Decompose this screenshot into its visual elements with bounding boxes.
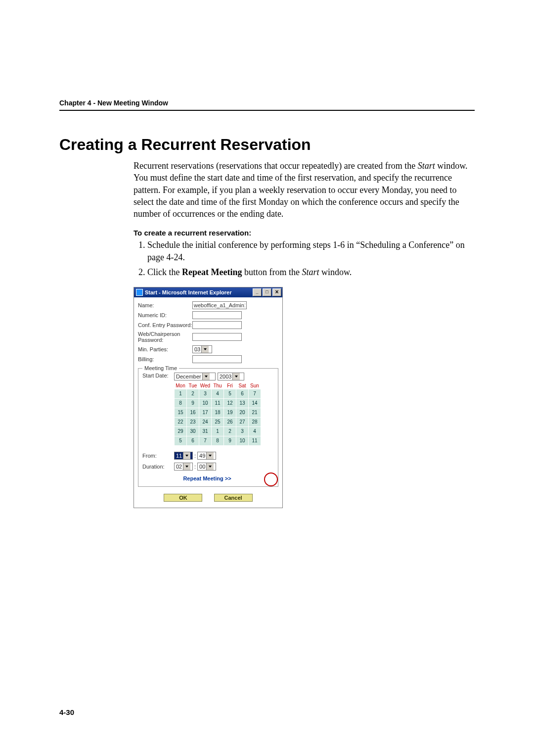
calendar-day-cell[interactable]: 6	[236, 389, 249, 398]
calendar-row: 891011121314	[175, 398, 261, 408]
start-dialog: Start - Microsoft Internet Explorer Name…	[134, 287, 283, 508]
calendar-day-cell[interactable]: 1	[212, 426, 224, 436]
label-conf-password: Conf. Entry Password:	[138, 322, 192, 328]
steps-list: Schedule the initial conference by perfo…	[134, 239, 475, 278]
duration-hour-select[interactable]: 02	[174, 463, 193, 471]
month-value: December	[176, 374, 201, 379]
chevron-down-icon	[206, 452, 214, 459]
calendar-day-cell[interactable]: 27	[236, 417, 249, 426]
calendar-day-cell[interactable]: 15	[175, 408, 187, 417]
section-title: Creating a Recurrent Reservation	[59, 136, 475, 154]
month-select[interactable]: December	[174, 373, 216, 380]
calendar-day-cell[interactable]: 12	[224, 398, 236, 408]
calendar-day-cell[interactable]: 16	[187, 408, 199, 417]
page: Chapter 4 - New Meeting Window Creating …	[0, 0, 534, 756]
min-parties-select[interactable]: 03	[192, 345, 212, 353]
chevron-down-icon	[201, 346, 209, 353]
calendar-day-cell[interactable]: 18	[212, 408, 224, 417]
ie-icon	[136, 289, 143, 296]
calendar-day-cell[interactable]: 5	[175, 436, 187, 445]
calendar-row: 567891011	[175, 436, 261, 445]
calendar-day-cell[interactable]: 4	[249, 426, 261, 436]
calendar-day-header: Thu	[212, 382, 224, 389]
label-start-date: Start Date:	[142, 373, 174, 378]
billing-input[interactable]	[192, 355, 242, 363]
ok-button[interactable]: OK	[164, 494, 202, 502]
chevron-down-icon	[183, 452, 190, 459]
calendar-day-cell[interactable]: 19	[224, 408, 236, 417]
calendar-day-header: Sat	[236, 382, 249, 389]
calendar-day-cell[interactable]: 9	[187, 398, 199, 408]
calendar-day-cell[interactable]: 8	[175, 398, 187, 408]
calendar-day-cell[interactable]: 1	[175, 389, 187, 398]
conf-password-input[interactable]	[192, 321, 242, 329]
calendar-day-cell[interactable]: 3	[199, 389, 212, 398]
time-colon: :	[194, 453, 196, 459]
meeting-time-legend: Meeting Time	[142, 365, 179, 371]
calendar-day-cell[interactable]: 22	[175, 417, 187, 426]
calendar-day-header: Wed	[199, 382, 212, 389]
calendar-day-cell[interactable]: 31	[199, 426, 212, 436]
numeric-id-input[interactable]	[192, 311, 242, 319]
calendar-header-row: MonTueWedThuFriSatSun	[175, 382, 261, 389]
calendar-day-cell[interactable]: 8	[212, 436, 224, 445]
calendar-day-cell[interactable]: 21	[249, 408, 261, 417]
calendar-day-cell[interactable]: 30	[187, 426, 199, 436]
calendar-day-cell[interactable]: 14	[249, 398, 261, 408]
label-from: From:	[142, 453, 174, 459]
time-colon: :	[194, 464, 196, 470]
calendar-day-header: Sun	[249, 382, 261, 389]
calendar-row: 22232425262728	[175, 417, 261, 426]
calendar-day-cell[interactable]: 13	[236, 398, 249, 408]
dialog-body: Name: Numeric ID: Conf. Entry Password: …	[134, 297, 282, 507]
repeat-meeting-link[interactable]: Repeat Meeting >>	[183, 475, 231, 481]
calendar-day-cell[interactable]: 7	[249, 389, 261, 398]
from-min-select[interactable]: 49	[197, 452, 216, 460]
duration-min-select[interactable]: 00	[197, 463, 216, 471]
body-region: Recurrent reservations (reservations tha…	[134, 160, 475, 278]
chevron-down-icon	[232, 373, 240, 380]
calendar-day-cell[interactable]: 10	[236, 436, 249, 445]
page-number: 4-30	[59, 708, 74, 716]
close-button[interactable]	[272, 288, 281, 296]
annotation-ellipse	[264, 472, 278, 486]
calendar-row: 15161718192021	[175, 408, 261, 417]
label-numeric-id: Numeric ID:	[138, 312, 192, 318]
chevron-down-icon	[183, 463, 190, 470]
calendar-day-cell[interactable]: 29	[175, 426, 187, 436]
calendar-day-header: Tue	[187, 382, 199, 389]
calendar-row: 2930311234	[175, 426, 261, 436]
repeat-meeting-bar: Repeat Meeting >>	[142, 475, 274, 481]
calendar-day-cell[interactable]: 20	[236, 408, 249, 417]
calendar-day-cell[interactable]: 28	[249, 417, 261, 426]
calendar-day-cell[interactable]: 2	[187, 389, 199, 398]
calendar-day-cell[interactable]: 3	[236, 426, 249, 436]
cancel-button[interactable]: Cancel	[214, 494, 253, 502]
calendar-day-cell[interactable]: 5	[224, 389, 236, 398]
calendar-day-cell[interactable]: 11	[212, 398, 224, 408]
web-password-input[interactable]	[192, 333, 242, 341]
dialog-title: Start - Microsoft Internet Explorer	[145, 289, 252, 295]
calendar-day-cell[interactable]: 2	[224, 426, 236, 436]
name-input[interactable]	[192, 301, 247, 309]
calendar-day-cell[interactable]: 11	[249, 436, 261, 445]
calendar-day-cell[interactable]: 25	[212, 417, 224, 426]
from-hour-select[interactable]: 11	[174, 452, 193, 460]
year-value: 2003	[220, 374, 231, 379]
minimize-button[interactable]	[253, 288, 262, 296]
calendar-day-cell[interactable]: 17	[199, 408, 212, 417]
calendar-day-cell[interactable]: 26	[224, 417, 236, 426]
calendar-day-cell[interactable]: 10	[199, 398, 212, 408]
from-min-value: 49	[199, 453, 205, 459]
step-1: Schedule the initial conference by perfo…	[147, 239, 475, 263]
from-hour-value: 11	[176, 453, 182, 459]
calendar-day-cell[interactable]: 24	[199, 417, 212, 426]
year-select[interactable]: 2003	[218, 373, 244, 380]
maximize-button[interactable]	[263, 288, 271, 296]
calendar-day-cell[interactable]: 9	[224, 436, 236, 445]
calendar-day-cell[interactable]: 4	[212, 389, 224, 398]
calendar-day-cell[interactable]: 6	[187, 436, 199, 445]
calendar-day-cell[interactable]: 23	[187, 417, 199, 426]
calendar-day-cell[interactable]: 7	[199, 436, 212, 445]
dialog-titlebar: Start - Microsoft Internet Explorer	[134, 287, 282, 297]
